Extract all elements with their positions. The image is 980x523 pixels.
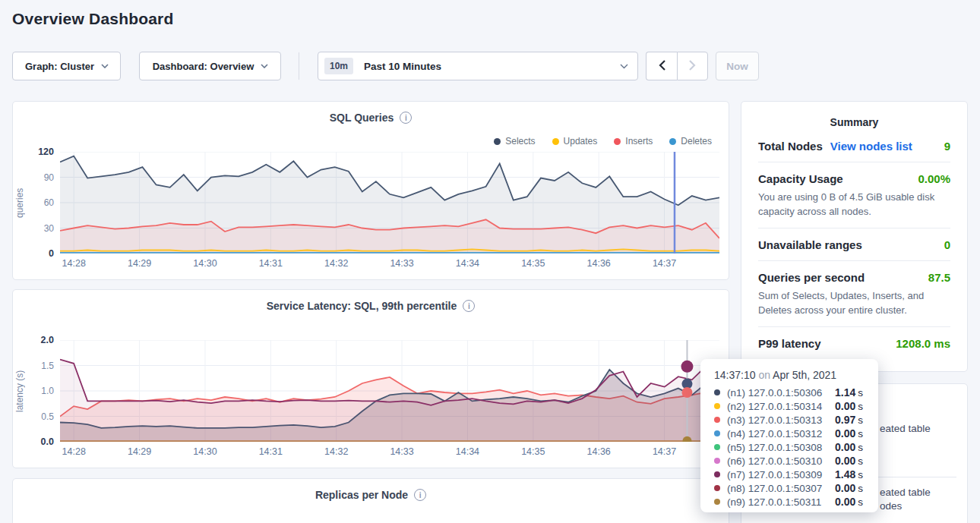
- node-latency-value: 1.48: [835, 468, 855, 480]
- toolbar-divider: [299, 52, 299, 80]
- total-nodes-value: 9: [944, 140, 950, 153]
- y-axis-tick: 0.5: [24, 411, 54, 422]
- qps-value: 87.5: [928, 271, 950, 284]
- node-color-dot: [714, 403, 720, 409]
- legend-item-updates[interactable]: Updates: [552, 136, 598, 147]
- y-axis-tick: 120: [24, 147, 54, 157]
- graph-dropdown[interactable]: Graph: Cluster: [12, 52, 121, 80]
- x-axis-tick: 14:28: [54, 446, 93, 457]
- legend-dot: [614, 138, 621, 145]
- now-button[interactable]: Now: [716, 52, 759, 80]
- chart-title: Service Latency: SQL, 99th percentile: [267, 300, 457, 312]
- node-address: (n9) 127.0.0.1:50311: [727, 496, 835, 508]
- legend-item-inserts[interactable]: Inserts: [614, 136, 653, 147]
- legend-item-selects[interactable]: Selects: [494, 136, 535, 147]
- info-icon[interactable]: i: [463, 300, 475, 312]
- x-axis-tick: 14:35: [514, 258, 553, 269]
- x-axis-tick: 14:35: [514, 446, 553, 457]
- dashboard-dropdown-label: Dashboard: Overview: [153, 61, 254, 72]
- chart-plot[interactable]: [60, 152, 719, 254]
- time-next-button[interactable]: [677, 52, 708, 80]
- tooltip-node-row: (n1) 127.0.0.1:503061.14s: [714, 386, 878, 399]
- node-latency-value: 0.00: [835, 400, 855, 412]
- info-icon[interactable]: i: [414, 489, 426, 501]
- latency-unit: s: [858, 483, 863, 494]
- chevron-left-icon: [659, 60, 665, 73]
- time-prev-button[interactable]: [646, 52, 677, 80]
- latency-unit: s: [858, 428, 863, 440]
- chevron-down-icon: [620, 64, 627, 68]
- legend-label: Deletes: [681, 136, 712, 147]
- node-latency-value: 0.97: [835, 414, 855, 426]
- legend-item-deletes[interactable]: Deletes: [669, 136, 712, 147]
- dashboard-dropdown[interactable]: Dashboard: Overview: [139, 52, 281, 80]
- chart-canvas: [60, 152, 719, 254]
- latency-unit: s: [858, 401, 863, 412]
- latency-unit: s: [858, 387, 863, 399]
- capacity-usage-desc: You are using 0 B of 4.5 GiB usable disk…: [758, 190, 950, 219]
- summary-row-unavailable: Unavailable ranges 0: [758, 228, 950, 260]
- x-axis-tick: 14:37: [645, 446, 684, 457]
- node-address: (n8) 127.0.0.1:50307: [727, 483, 835, 494]
- legend-label: Updates: [564, 136, 598, 147]
- qps-label: Queries per second: [758, 271, 865, 284]
- node-latency-value: 0.00: [835, 441, 855, 453]
- y-axis-tick: 0.0: [24, 436, 54, 447]
- x-axis-tick: 14:32: [317, 258, 356, 269]
- summary-title: Summary: [741, 102, 967, 137]
- node-address: (n6) 127.0.0.1:50310: [727, 455, 835, 467]
- node-color-dot: [714, 417, 720, 423]
- tooltip-timestamp: 14:37:10 on Apr 5th, 2021: [714, 369, 878, 381]
- tooltip-node-row: (n7) 127.0.0.1:503091.48s: [714, 468, 878, 481]
- service-latency-chart: latency (s) 0.00.51.01.52.014:2814:2914:…: [13, 340, 729, 469]
- node-latency-value: 1.14: [835, 386, 855, 399]
- y-axis-tick: 0: [24, 248, 54, 259]
- node-address: (n3) 127.0.0.1:50313: [727, 414, 835, 426]
- tooltip-node-row: (n2) 127.0.0.1:503140.00s: [714, 399, 878, 413]
- legend-dot: [494, 138, 501, 145]
- chevron-down-icon: [101, 64, 108, 68]
- node-color-dot: [714, 430, 720, 436]
- y-axis-tick: 1.0: [24, 386, 54, 396]
- node-address: (n1) 127.0.0.1:50306: [727, 387, 835, 399]
- view-nodes-list-link[interactable]: View nodes list: [830, 140, 912, 153]
- y-axis-tick: 1.5: [24, 361, 54, 371]
- node-color-dot: [714, 389, 720, 395]
- node-color-dot: [714, 458, 720, 464]
- node-color-dot: [714, 499, 720, 505]
- time-range-label: Past 10 Minutes: [364, 61, 441, 72]
- x-axis-tick: 14:36: [579, 258, 618, 269]
- capacity-usage-label: Capacity Usage: [758, 172, 843, 185]
- tooltip-node-row: (n6) 127.0.0.1:503100.00s: [714, 454, 878, 468]
- latency-unit: s: [858, 455, 863, 467]
- hover-datapoint: [681, 361, 693, 373]
- node-color-dot: [714, 444, 720, 450]
- time-range-selector[interactable]: 10m Past 10 Minutes: [318, 52, 638, 80]
- chart-legend: SelectsUpdatesInsertsDeletes: [494, 136, 712, 147]
- graph-dropdown-label: Graph: Cluster: [25, 61, 94, 72]
- x-axis-tick: 14:37: [645, 258, 684, 269]
- p99-latency-label: P99 latency: [758, 337, 821, 350]
- y-axis-tick: 2.0: [24, 335, 54, 345]
- tooltip-node-row: (n8) 127.0.0.1:503070.00s: [714, 481, 878, 495]
- x-axis-tick: 14:34: [447, 258, 487, 269]
- hover-datapoint: [681, 387, 692, 398]
- legend-dot: [669, 138, 676, 145]
- unavailable-ranges-label: Unavailable ranges: [758, 238, 862, 251]
- info-icon[interactable]: i: [400, 112, 412, 124]
- overview-dashboard-page: Overview Dashboard Graph: Cluster Dashbo…: [0, 0, 980, 523]
- legend-dot: [552, 138, 559, 145]
- event-text-fragment: eated table: [880, 487, 931, 498]
- y-axis-tick: 90: [24, 172, 54, 183]
- summary-row-capacity: Capacity Usage 0.00% You are using 0 B o…: [758, 162, 950, 228]
- total-nodes-label: Total Nodes: [758, 140, 823, 153]
- summary-panel: Summary Total Nodes View nodes list 9 Ca…: [741, 101, 968, 372]
- sql-queries-chart: queries 030609012014:2814:2914:3014:3114…: [13, 152, 729, 281]
- node-address: (n4) 127.0.0.1:50312: [727, 428, 835, 440]
- replicas-per-node-chart-card: Replicas per Node i: [12, 478, 729, 523]
- legend-label: Selects: [505, 136, 535, 147]
- legend-label: Inserts: [625, 136, 653, 147]
- capacity-usage-value: 0.00%: [918, 172, 950, 185]
- chevron-right-icon: [689, 60, 696, 73]
- chart-plot[interactable]: [60, 340, 719, 442]
